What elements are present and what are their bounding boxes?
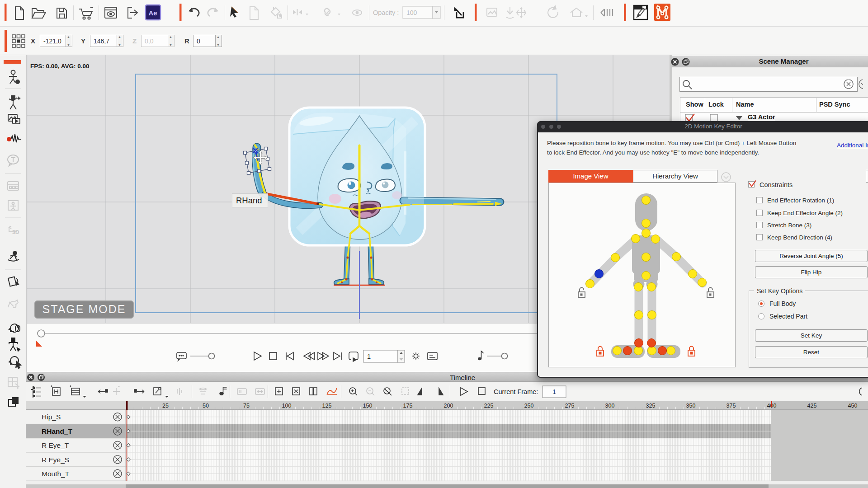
svg-text:50: 50 bbox=[203, 403, 209, 409]
svg-text:100: 100 bbox=[406, 9, 417, 16]
svg-text:225: 225 bbox=[484, 403, 494, 409]
svg-text:Opacity :: Opacity : bbox=[373, 9, 399, 16]
svg-text:RHand_T: RHand_T bbox=[42, 427, 73, 435]
svg-text:425: 425 bbox=[807, 403, 817, 409]
svg-text:275: 275 bbox=[565, 403, 575, 409]
svg-text:R Eye_S: R Eye_S bbox=[42, 456, 69, 464]
svg-text:450: 450 bbox=[848, 403, 858, 409]
svg-text:1: 1 bbox=[552, 388, 556, 395]
svg-text:350: 350 bbox=[686, 403, 696, 409]
svg-text:175: 175 bbox=[403, 403, 413, 409]
svg-text:Ae: Ae bbox=[148, 9, 157, 17]
svg-text:125: 125 bbox=[322, 403, 332, 409]
svg-text:300: 300 bbox=[605, 403, 615, 409]
svg-text:250: 250 bbox=[524, 403, 534, 409]
svg-text:25: 25 bbox=[162, 403, 169, 409]
svg-text:150: 150 bbox=[363, 403, 373, 409]
svg-text:100: 100 bbox=[282, 403, 292, 409]
svg-text:200: 200 bbox=[444, 403, 453, 409]
svg-text:Mouth_T: Mouth_T bbox=[42, 470, 70, 478]
svg-text:Hip_S: Hip_S bbox=[42, 413, 61, 421]
svg-text:3D: 3D bbox=[12, 229, 19, 235]
svg-text:1: 1 bbox=[367, 353, 371, 360]
svg-text:375: 375 bbox=[726, 403, 736, 409]
svg-text:325: 325 bbox=[646, 403, 656, 409]
svg-text:75: 75 bbox=[243, 403, 250, 409]
svg-text:Current Frame:: Current Frame: bbox=[494, 388, 538, 395]
svg-text:R Eye_T: R Eye_T bbox=[42, 441, 69, 449]
